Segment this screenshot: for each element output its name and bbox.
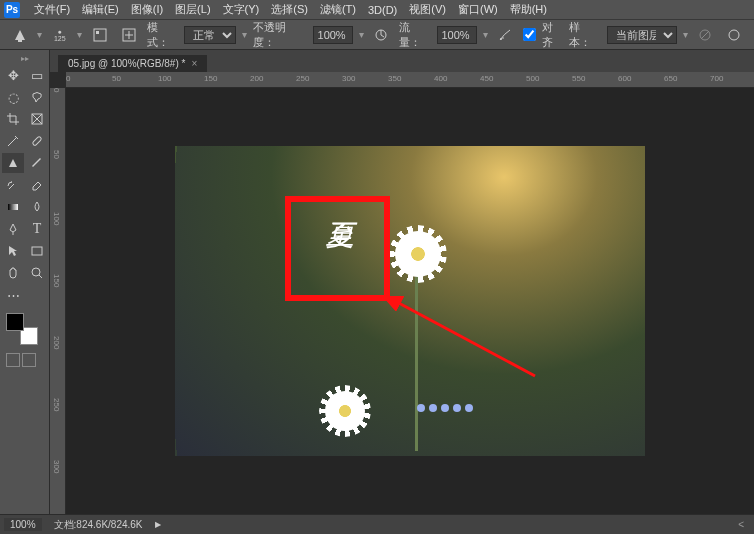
blur-tool[interactable] [26, 197, 48, 217]
tools-panel: ▸▸ ✥ ▭ ◌ T ⋯ [0, 50, 50, 514]
menu-3d[interactable]: 3D(D) [362, 2, 403, 18]
healing-tool[interactable] [26, 131, 48, 151]
menu-bar: Ps 文件(F) 编辑(E) 图像(I) 图层(L) 文字(Y) 选择(S) 滤… [0, 0, 754, 20]
ignore-adjust-icon[interactable] [694, 23, 717, 47]
document-tab[interactable]: 05.jpg @ 100%(RGB/8#) * × [58, 55, 207, 72]
app-logo: Ps [4, 2, 20, 18]
flow-label: 流量： [399, 20, 431, 50]
svg-point-8 [729, 30, 739, 40]
eraser-tool[interactable] [26, 175, 48, 195]
edit-toolbar[interactable]: ⋯ [2, 285, 24, 305]
opacity-label: 不透明度： [253, 20, 306, 50]
sample-select[interactable]: 当前图层 [607, 26, 677, 44]
svg-line-7 [701, 31, 709, 39]
canvas[interactable]: 夏至 [66, 88, 754, 514]
svg-line-16 [39, 275, 42, 278]
menu-file[interactable]: 文件(F) [28, 0, 76, 19]
zoom-tool[interactable] [26, 263, 48, 283]
opacity-dropdown[interactable]: ▾ [359, 29, 364, 40]
zoom-level[interactable]: 100% [4, 518, 42, 531]
brush-dropdown[interactable]: ▾ [77, 29, 82, 40]
menu-image[interactable]: 图像(I) [125, 0, 169, 19]
lasso-tool[interactable] [26, 87, 48, 107]
gradient-tool[interactable] [2, 197, 24, 217]
annotation-arrow [385, 296, 545, 386]
move-tool[interactable]: ✥ [2, 65, 24, 85]
path-select-tool[interactable] [2, 241, 24, 261]
pressure-size-icon[interactable] [723, 23, 746, 47]
panel-collapse-icon[interactable]: ▸▸ [2, 54, 47, 63]
quickmask-icon[interactable] [6, 353, 20, 367]
svg-rect-14 [32, 247, 42, 255]
align-checkbox[interactable] [523, 28, 536, 41]
svg-point-4 [500, 38, 502, 40]
marquee-tool[interactable]: ◌ [2, 87, 24, 107]
svg-rect-0 [94, 29, 106, 41]
doc-info-dropdown[interactable]: ▶ [155, 520, 161, 529]
mode-select[interactable]: 正常 [184, 26, 236, 44]
eyedropper-tool[interactable] [2, 131, 24, 151]
document-image: 夏至 [175, 146, 645, 456]
svg-point-15 [32, 268, 40, 276]
brush-preview-icon[interactable]: ●125 [48, 23, 71, 47]
screenmode-icon[interactable] [22, 353, 36, 367]
sample-label: 样本： [569, 20, 601, 50]
menu-help[interactable]: 帮助(H) [504, 0, 553, 19]
menu-type[interactable]: 文字(Y) [217, 0, 266, 19]
flow-dropdown[interactable]: ▾ [483, 29, 488, 40]
clone-stamp-tool[interactable] [2, 153, 24, 173]
menu-window[interactable]: 窗口(W) [452, 0, 504, 19]
brush-tool[interactable] [26, 153, 48, 173]
opacity-value[interactable]: 100% [313, 26, 353, 44]
menu-view[interactable]: 视图(V) [403, 0, 452, 19]
svg-rect-13 [8, 204, 18, 210]
pressure-opacity-icon[interactable] [370, 23, 393, 47]
menu-edit[interactable]: 编辑(E) [76, 0, 125, 19]
artboard-tool[interactable]: ▭ [26, 65, 48, 85]
menu-filter[interactable]: 滤镜(T) [314, 0, 362, 19]
clone-stamp-icon[interactable] [8, 23, 31, 47]
ruler-vertical: 050100150200250300 [50, 88, 66, 514]
annotation-box [285, 196, 390, 301]
ruler-horizontal: 0501001502002503003504004505005506006507… [66, 72, 754, 88]
statusbar-collapse-icon[interactable]: < [738, 519, 744, 530]
close-icon[interactable]: × [191, 58, 197, 69]
frame-tool[interactable] [26, 109, 48, 129]
hand-tool[interactable] [2, 263, 24, 283]
svg-rect-1 [96, 31, 99, 34]
tool-preset-dropdown[interactable]: ▾ [37, 29, 42, 40]
pen-tool[interactable] [2, 219, 24, 239]
airbrush-icon[interactable] [494, 23, 517, 47]
svg-line-17 [395, 301, 535, 376]
menu-layer[interactable]: 图层(L) [169, 0, 216, 19]
color-swatches[interactable] [6, 313, 38, 345]
options-bar: ▾ ●125 ▾ 模式： 正常 ▾ 不透明度： 100% ▾ 流量： 100% … [0, 20, 754, 50]
rectangle-tool[interactable] [26, 241, 48, 261]
doc-info[interactable]: 文档:824.6K/824.6K [54, 518, 143, 532]
align-label: 对齐 [542, 20, 563, 50]
brush-panel-icon[interactable] [88, 23, 111, 47]
mode-label: 模式： [147, 20, 179, 50]
brush-settings-icon[interactable] [117, 23, 140, 47]
flow-value[interactable]: 100% [437, 26, 477, 44]
type-tool[interactable]: T [26, 219, 48, 239]
tab-bar: 05.jpg @ 100%(RGB/8#) * × [50, 50, 754, 72]
tab-title: 05.jpg @ 100%(RGB/8#) * [68, 58, 185, 69]
menu-select[interactable]: 选择(S) [265, 0, 314, 19]
crop-tool[interactable] [2, 109, 24, 129]
svg-rect-12 [32, 136, 42, 146]
history-brush-tool[interactable] [2, 175, 24, 195]
document-area: 05.jpg @ 100%(RGB/8#) * × 05010015020025… [50, 50, 754, 514]
svg-point-5 [502, 37, 504, 39]
status-bar: 100% 文档:824.6K/824.6K ▶ < [0, 514, 754, 534]
foreground-color[interactable] [6, 313, 24, 331]
